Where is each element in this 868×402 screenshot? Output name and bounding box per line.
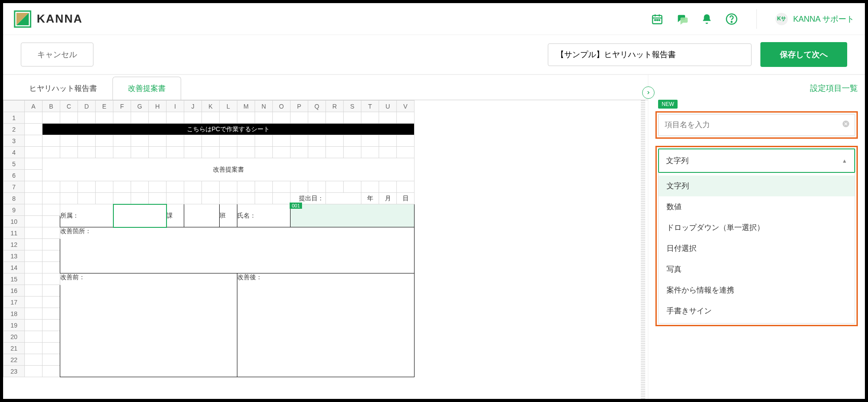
cell[interactable] — [43, 147, 60, 158]
cell[interactable] — [78, 135, 96, 147]
cell[interactable] — [149, 135, 167, 147]
row-header[interactable]: 12 — [4, 239, 25, 250]
col-header[interactable]: K — [202, 101, 220, 112]
cell[interactable] — [291, 181, 308, 193]
cell[interactable] — [131, 147, 149, 158]
col-header[interactable]: N — [255, 101, 273, 112]
cell[interactable] — [273, 181, 291, 193]
cell[interactable] — [237, 147, 255, 158]
cell[interactable] — [379, 112, 397, 124]
col-header[interactable]: Q — [308, 101, 326, 112]
before-cell[interactable]: 改善前： — [60, 273, 237, 377]
cell[interactable] — [326, 181, 344, 193]
cell[interactable] — [326, 135, 344, 147]
cell[interactable] — [220, 112, 237, 124]
cell[interactable] — [202, 135, 220, 147]
row-header[interactable]: 9 — [4, 204, 25, 216]
cell[interactable] — [60, 181, 78, 193]
cell[interactable] — [25, 135, 43, 147]
col-header[interactable]: E — [96, 101, 113, 112]
cell[interactable] — [308, 112, 326, 124]
cell[interactable] — [113, 135, 131, 147]
vertical-scrollbar[interactable] — [641, 100, 645, 399]
col-header[interactable]: A — [25, 101, 43, 112]
cell[interactable] — [96, 147, 113, 158]
cell[interactable] — [131, 112, 149, 124]
col-header[interactable]: U — [379, 101, 397, 112]
row-header[interactable]: 8 — [4, 193, 25, 204]
bell-icon[interactable] — [701, 13, 713, 25]
cell[interactable] — [361, 147, 379, 158]
col-header[interactable]: I — [167, 101, 184, 112]
cell[interactable] — [184, 181, 202, 193]
cell[interactable] — [113, 147, 131, 158]
row-header[interactable]: 21 — [4, 343, 25, 354]
row-header[interactable]: 2 — [4, 124, 25, 135]
tab-hiyari[interactable]: ヒヤリハット報告書 — [14, 77, 112, 100]
field-type-option[interactable]: 数値 — [659, 196, 855, 217]
selected-cell[interactable] — [113, 204, 167, 227]
cell[interactable] — [255, 135, 273, 147]
cell[interactable] — [255, 181, 273, 193]
cell[interactable] — [43, 112, 60, 124]
cell[interactable] — [308, 181, 326, 193]
row-header[interactable]: 1 — [4, 112, 25, 124]
clear-input-icon[interactable] — [842, 120, 850, 130]
row-header[interactable]: 23 — [4, 366, 25, 377]
cell[interactable] — [255, 112, 273, 124]
field-type-option[interactable]: ドロップダウン（単一選択） — [659, 217, 855, 238]
row-header[interactable]: 10 — [4, 216, 25, 227]
row-header[interactable]: 11 — [4, 227, 25, 239]
field-type-option[interactable]: 案件から情報を連携 — [659, 280, 855, 301]
cell[interactable] — [379, 147, 397, 158]
cell[interactable] — [60, 135, 78, 147]
cell[interactable] — [308, 147, 326, 158]
cell[interactable] — [397, 112, 415, 124]
field-type-option[interactable]: 文字列 — [659, 176, 855, 196]
cell[interactable] — [361, 181, 379, 193]
cell[interactable] — [220, 135, 237, 147]
cell[interactable] — [96, 135, 113, 147]
cell[interactable] — [291, 112, 308, 124]
section-value[interactable] — [184, 204, 220, 227]
cell[interactable] — [131, 135, 149, 147]
col-header[interactable]: J — [184, 101, 202, 112]
row-header[interactable]: 7 — [4, 181, 25, 193]
cell[interactable] — [25, 181, 43, 193]
cell[interactable] — [43, 135, 60, 147]
col-header[interactable]: V — [397, 101, 415, 112]
cell[interactable] — [78, 181, 96, 193]
cell[interactable] — [96, 181, 113, 193]
row-header[interactable]: 20 — [4, 331, 25, 343]
cell[interactable] — [273, 135, 291, 147]
col-header[interactable]: S — [344, 101, 361, 112]
row-header[interactable]: 14 — [4, 262, 25, 273]
col-header[interactable]: F — [113, 101, 131, 112]
col-header[interactable]: B — [43, 101, 60, 112]
col-header[interactable]: T — [361, 101, 379, 112]
cell[interactable] — [149, 147, 167, 158]
cell[interactable] — [397, 181, 415, 193]
cell[interactable] — [361, 112, 379, 124]
cell[interactable] — [344, 181, 361, 193]
row-header[interactable]: 4 — [4, 147, 25, 158]
cell[interactable] — [25, 147, 43, 158]
col-header[interactable]: C — [60, 101, 78, 112]
field-type-select[interactable]: 文字列 ▲ — [658, 148, 855, 173]
cell[interactable] — [149, 181, 167, 193]
after-cell[interactable]: 改善後： — [237, 273, 415, 377]
cell[interactable] — [78, 112, 96, 124]
cell[interactable] — [113, 181, 131, 193]
spreadsheet[interactable]: ABCDEFGHIJKLMNOPQRSTUV 12こちらはPCで作業するシート3… — [3, 100, 648, 399]
cell[interactable] — [60, 147, 78, 158]
cell[interactable] — [273, 112, 291, 124]
cell[interactable] — [149, 112, 167, 124]
cell[interactable] — [167, 112, 184, 124]
cell[interactable] — [184, 147, 202, 158]
document-title-input[interactable] — [548, 43, 752, 66]
row-header[interactable]: 19 — [4, 320, 25, 331]
cell[interactable] — [78, 147, 96, 158]
col-header[interactable]: H — [149, 101, 167, 112]
row-header[interactable]: 17 — [4, 297, 25, 308]
cell[interactable] — [220, 181, 237, 193]
